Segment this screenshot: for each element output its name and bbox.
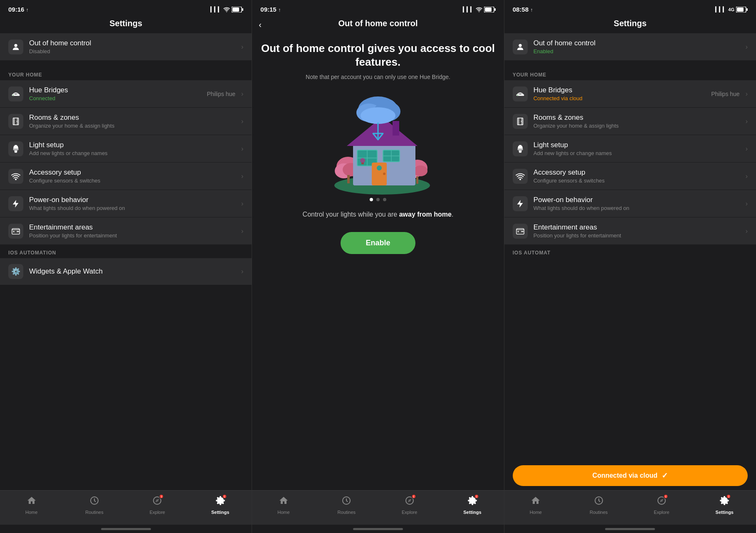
svg-point-28 (413, 165, 427, 176)
nav-item-routines[interactable]: Routines (315, 494, 378, 516)
nav-item-explore[interactable]: Explore (126, 494, 189, 516)
nav-icon-home (279, 496, 289, 508)
settings-item-0-4[interactable]: Power-on behavior What lights should do … (0, 190, 252, 217)
settings-item-0-0[interactable]: Hue Bridges Connected via cloud Philips … (504, 80, 756, 107)
item-title-0-3: Accessory setup (29, 168, 238, 177)
toast-checkmark: ✓ (662, 471, 668, 480)
svg-rect-20 (485, 7, 492, 12)
svg-point-37 (360, 158, 365, 163)
settings-item-0-2[interactable]: Light setup Add new lights or change nam… (0, 135, 252, 162)
svg-point-57 (519, 44, 521, 47)
nav-item-settings[interactable]: Settings (189, 494, 252, 516)
nav-item-routines[interactable]: Routines (567, 494, 630, 516)
item-content-1-0: Widgets & Apple Watch (29, 267, 238, 276)
svg-point-17 (479, 11, 479, 12)
item-subtitle-0-3: Configure sensors & switches (534, 178, 742, 184)
chevron-icon: › (746, 145, 748, 153)
pagination-dots (370, 198, 386, 201)
settings-item-0-1[interactable]: Rooms & zones Organize your home & assig… (504, 108, 756, 135)
battery-icon (232, 7, 243, 12)
section-0: YOUR HOME Hue Bridges Connected via clou… (504, 67, 756, 244)
item-content-0-4: Power-on behavior What lights should do … (534, 196, 742, 211)
home-indicator-bar (353, 528, 403, 530)
nav-item-home[interactable]: Home (504, 494, 567, 516)
toast-label: Connected via cloud (593, 472, 657, 479)
item-icon-1-0: ⚙️ (8, 264, 23, 279)
settings-list: YOUR HOME Hue Bridges Connected Philips … (0, 67, 252, 490)
nav-item-settings[interactable]: Settings (693, 494, 756, 516)
settings-item-0-4[interactable]: Power-on behavior What lights should do … (504, 190, 756, 217)
svg-point-4 (14, 44, 17, 47)
svg-point-67 (522, 231, 524, 232)
svg-rect-12 (13, 231, 15, 232)
item-title-0-4: Power-on behavior (534, 196, 742, 204)
nav-badge-explore (663, 494, 668, 499)
item-title-0-3: Accessory setup (534, 168, 742, 177)
profile-icon (8, 39, 23, 54)
svg-point-44 (383, 173, 385, 175)
enable-button[interactable]: Enable (341, 232, 415, 254)
item-subtitle-0-2: Add new lights or change names (29, 150, 238, 156)
status-icons: ▎▎▎ (463, 6, 496, 13)
settings-item-0-2[interactable]: Light setup Add new lights or change nam… (504, 135, 756, 162)
nav-item-explore[interactable]: Explore (630, 494, 693, 516)
status-icons: ▎▎▎ (210, 6, 243, 13)
nav-item-home[interactable]: Home (0, 494, 63, 516)
settings-item-0-0[interactable]: Hue Bridges Connected Philips hue › (0, 80, 252, 107)
item-title-1-0: Widgets & Apple Watch (29, 267, 238, 276)
item-title-0-4: Power-on behavior (29, 196, 238, 204)
profile-content: Out of home control Enabled (534, 39, 742, 54)
section-1: IOS AUTOMATION ⚙️ Widgets & Apple Watch … (0, 245, 252, 285)
settings-item-1-0[interactable]: ⚙️ Widgets & Apple Watch › (0, 258, 252, 285)
nav-item-settings[interactable]: Settings (441, 494, 504, 516)
pagination-dot-2[interactable] (383, 198, 386, 201)
profile-item[interactable]: Out of home control Disabled › (0, 33, 252, 60)
settings-item-0-5[interactable]: Entertainment areas Position your lights… (0, 217, 252, 244)
item-subtitle-0-0: Connected via cloud (534, 95, 712, 101)
chevron-icon: › (241, 173, 243, 180)
toast-notification: Connected via cloud ✓ (513, 465, 748, 486)
profile-subtitle: Disabled (29, 48, 238, 54)
nav-label-settings: Settings (716, 510, 734, 515)
screen-title: Settings (109, 19, 142, 28)
settings-item-0-5[interactable]: Entertainment areas Position your lights… (504, 217, 756, 244)
item-title-0-5: Entertainment areas (29, 223, 238, 232)
item-right-text: Philips hue (711, 91, 740, 97)
chevron-icon: › (241, 200, 243, 207)
item-icon-0-1 (513, 114, 528, 129)
item-title-0-1: Rooms & zones (29, 114, 238, 122)
nav-badge-settings (726, 494, 731, 499)
nav-label-explore: Explore (150, 510, 165, 515)
battery-icon (736, 7, 748, 12)
nav-item-explore[interactable]: Explore (378, 494, 441, 516)
pagination-dot-0[interactable] (370, 198, 373, 201)
item-content-0-3: Accessory setup Configure sensors & swit… (534, 168, 742, 184)
screen-header: Settings (0, 15, 252, 33)
item-subtitle-0-0: Connected (29, 95, 207, 101)
chevron-icon: › (241, 145, 243, 153)
nav-item-routines[interactable]: Routines (63, 494, 126, 516)
chevron-icon: › (241, 43, 243, 51)
svg-rect-65 (517, 231, 519, 232)
settings-item-0-3[interactable]: Accessory setup Configure sensors & swit… (0, 163, 252, 190)
settings-item-0-1[interactable]: Rooms & zones Organize your home & assig… (0, 108, 252, 135)
item-content-0-1: Rooms & zones Organize your home & assig… (534, 114, 742, 129)
svg-point-49 (361, 107, 395, 124)
item-subtitle-0-1: Organize your home & assign lights (534, 123, 742, 129)
nav-item-home[interactable]: Home (252, 494, 315, 516)
pagination-dot-1[interactable] (376, 198, 380, 201)
back-button[interactable]: ‹ (259, 20, 262, 29)
screen-header: Settings (504, 15, 756, 33)
nav-label-home: Home (277, 510, 289, 515)
nav-badge-settings (474, 494, 479, 499)
settings-item-0-3[interactable]: Accessory setup Configure sensors & swit… (504, 163, 756, 190)
item-right-0-4: › (742, 200, 748, 207)
item-icon-0-2 (8, 141, 23, 156)
nav-label-routines: Routines (338, 510, 356, 515)
item-icon-0-3 (8, 169, 23, 184)
status-bar: 09:16 ↑ ▎▎▎ (0, 0, 252, 15)
profile-title: Out of home control (29, 39, 238, 47)
item-title-0-5: Entertainment areas (534, 223, 742, 232)
profile-item[interactable]: Out of home control Enabled › (504, 33, 756, 60)
item-content-0-3: Accessory setup Configure sensors & swit… (29, 168, 238, 184)
